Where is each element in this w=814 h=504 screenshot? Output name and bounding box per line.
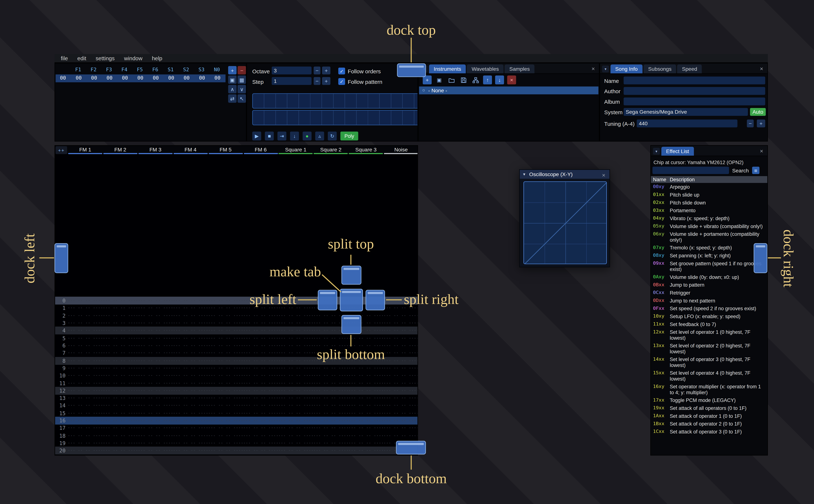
pattern-cell[interactable]: ··· ·· ·· ···· bbox=[68, 411, 103, 416]
pattern-row[interactable]: 4··· ·· ·· ······· ·· ·· ······· ·· ·· ·… bbox=[55, 327, 418, 335]
order-cell[interactable]: 00 bbox=[164, 75, 179, 81]
pattern-cell[interactable]: ··· ·· ·· ···· bbox=[243, 366, 278, 371]
pattern-row[interactable]: 21··· ·· ·· ······· ·· ·· ······· ·· ·· … bbox=[55, 454, 418, 455]
effect-row[interactable]: 0AxyVolume slide (0y: down; x0: up) bbox=[651, 273, 767, 281]
step-input[interactable] bbox=[272, 77, 311, 85]
pattern-cell[interactable]: ··· ·· ·· ···· bbox=[278, 366, 313, 371]
pattern-row[interactable]: 15··· ·· ·· ······· ·· ·· ······· ·· ·· … bbox=[55, 409, 418, 417]
pattern-cell[interactable]: ··· ·· ·· ···· bbox=[383, 381, 418, 386]
orders-add-button[interactable]: + bbox=[228, 66, 237, 75]
pattern-cell[interactable]: ··· ·· ·· ···· bbox=[383, 373, 418, 378]
tab-instruments[interactable]: Instruments bbox=[429, 64, 466, 73]
pattern-cell[interactable]: ··· ·· ·· ···· bbox=[68, 358, 103, 363]
pattern-cell[interactable]: ··· ·· ·· ···· bbox=[68, 328, 103, 333]
pattern-cell[interactable]: ··· ·· ·· ···· bbox=[103, 351, 138, 356]
orders-row[interactable]: 0000000000000000000000 bbox=[56, 74, 226, 82]
pattern-cell[interactable]: ··· ·· ·· ···· bbox=[138, 313, 173, 318]
pattern-cell[interactable]: ··· ·· ·· ···· bbox=[208, 433, 243, 438]
channel-header[interactable]: FM 6 bbox=[243, 146, 278, 155]
effect-row[interactable]: 0BxxJump to pattern bbox=[651, 281, 767, 289]
pattern-cell[interactable]: ··· ·· ·· ···· bbox=[138, 396, 173, 401]
pattern-cell[interactable]: ··· ·· ·· ···· bbox=[173, 396, 208, 401]
close-icon[interactable]: × bbox=[758, 148, 765, 154]
effect-row[interactable]: 19xxSet attack of all operators (0 to 1F… bbox=[651, 404, 767, 412]
pattern-cell[interactable]: ··· ·· ·· ···· bbox=[278, 411, 313, 416]
pattern-cell[interactable]: ··· ·· ·· ···· bbox=[278, 313, 313, 318]
pattern-cell[interactable]: ··· ·· ·· ···· bbox=[138, 343, 173, 348]
pattern-cell[interactable]: ··· ·· ·· ···· bbox=[348, 396, 383, 401]
instrument-list-item[interactable]: ○ - None - bbox=[419, 86, 598, 94]
pattern-cell[interactable]: ··· ·· ·· ···· bbox=[103, 328, 138, 333]
piano-octave-row-lower[interactable] bbox=[252, 110, 418, 125]
octave-increase-button[interactable]: + bbox=[322, 67, 330, 74]
pattern-cell[interactable]: ··· ·· ·· ···· bbox=[173, 298, 208, 303]
pattern-cell[interactable]: ··· ·· ·· ···· bbox=[278, 351, 313, 356]
pattern-cell[interactable]: ··· ·· ·· ···· bbox=[138, 403, 173, 408]
split-target-bottom[interactable] bbox=[341, 315, 361, 334]
close-icon[interactable]: × bbox=[601, 172, 607, 178]
pattern-cell[interactable]: ··· ·· ·· ···· bbox=[313, 366, 348, 371]
pattern-cell[interactable]: ··· ·· ·· ···· bbox=[208, 418, 243, 423]
pattern-cell[interactable]: ··· ·· ·· ···· bbox=[348, 381, 383, 386]
octave-decrease-button[interactable]: − bbox=[314, 67, 320, 74]
pattern-row[interactable]: 20··· ·· ·· ······· ·· ·· ······· ·· ·· … bbox=[55, 447, 418, 455]
pattern-cell[interactable]: ··· ·· ·· ···· bbox=[278, 403, 313, 408]
effect-row[interactable]: 06xyVolume slide + portamento (compatibi… bbox=[651, 230, 767, 244]
move-instrument-up-button[interactable]: ↑ bbox=[483, 76, 492, 84]
pattern-cell[interactable]: ··· ·· ·· ···· bbox=[173, 321, 208, 326]
pattern-cell[interactable]: ··· ·· ·· ···· bbox=[68, 396, 103, 401]
tab-speed[interactable]: Speed bbox=[677, 64, 702, 73]
tuning-decrease-button[interactable]: − bbox=[747, 120, 754, 127]
pattern-cell[interactable]: ··· ·· ·· ···· bbox=[208, 328, 243, 333]
pattern-cell[interactable]: ··· ·· ·· ···· bbox=[68, 306, 103, 311]
pattern-cell[interactable]: ··· ·· ·· ···· bbox=[348, 388, 383, 393]
tab-song-info[interactable]: Song Info bbox=[611, 64, 642, 73]
pattern-row[interactable]: 19··· ·· ·· ······· ·· ·· ······· ·· ·· … bbox=[55, 439, 418, 447]
pattern-cell[interactable]: ··· ·· ·· ···· bbox=[68, 441, 103, 446]
orders-deep-clone-button[interactable]: ▦ bbox=[238, 76, 246, 84]
pattern-cell[interactable]: ··· ·· ·· ···· bbox=[173, 366, 208, 371]
pattern-cell[interactable]: ··· ·· ·· ···· bbox=[103, 313, 138, 318]
pattern-cell[interactable]: ··· ·· ·· ···· bbox=[243, 321, 278, 326]
pattern-cell[interactable]: ··· ·· ·· ···· bbox=[103, 298, 138, 303]
pattern-cell[interactable]: ··· ·· ·· ···· bbox=[138, 381, 173, 386]
pattern-cell[interactable]: ··· ·· ·· ···· bbox=[208, 336, 243, 341]
pattern-cell[interactable]: ··· ·· ·· ···· bbox=[348, 411, 383, 416]
piano-octave-row-upper[interactable] bbox=[252, 93, 418, 109]
pattern-cell[interactable]: ··· ·· ·· ···· bbox=[208, 411, 243, 416]
orders-duplicate-button[interactable]: ▣ bbox=[228, 76, 237, 84]
effect-row[interactable]: 01xxPitch slide up bbox=[651, 191, 767, 199]
order-cell[interactable]: 00 bbox=[118, 75, 132, 81]
pattern-cell[interactable]: ··· ·· ·· ···· bbox=[173, 426, 208, 431]
effect-row[interactable]: 1CxxSet attack of operator 3 (0 to 1F) bbox=[651, 428, 767, 436]
channel-header[interactable]: FM 3 bbox=[138, 146, 173, 155]
pattern-cell[interactable]: ··· ·· ·· ···· bbox=[68, 343, 103, 348]
pattern-cell[interactable]: ··· ·· ·· ···· bbox=[103, 418, 138, 423]
pattern-cell[interactable]: ··· ·· ·· ···· bbox=[208, 396, 243, 401]
effect-row[interactable]: 13xxSet level of operator 2 (0 highest, … bbox=[651, 342, 767, 355]
pattern-cell[interactable]: ··· ·· ·· ···· bbox=[313, 381, 348, 386]
pattern-cell[interactable]: ··· ·· ·· ···· bbox=[348, 433, 383, 438]
repeat-pattern-button[interactable]: ↻ bbox=[328, 132, 336, 140]
collapse-icon[interactable]: ▼ bbox=[523, 172, 526, 176]
octave-input[interactable] bbox=[272, 67, 311, 74]
pattern-cell[interactable]: ··· ·· ·· ···· bbox=[278, 321, 313, 326]
pattern-cell[interactable]: ··· ·· ·· ···· bbox=[173, 336, 208, 341]
channel-header[interactable]: FM 1 bbox=[68, 146, 103, 155]
pattern-cell[interactable]: ··· ·· ·· ···· bbox=[383, 403, 418, 408]
pattern-cell[interactable]: ··· ·· ·· ···· bbox=[138, 373, 173, 378]
effect-row[interactable]: 0CxxRetrigger bbox=[651, 289, 767, 297]
effect-row[interactable]: 03xxPortamento bbox=[651, 207, 767, 214]
pattern-cell[interactable]: ··· ·· ·· ···· bbox=[138, 448, 173, 453]
pattern-cell[interactable]: ··· ·· ·· ···· bbox=[348, 403, 383, 408]
pattern-row[interactable]: 14··· ·· ·· ······· ·· ·· ······· ·· ·· … bbox=[55, 402, 418, 410]
pattern-cell[interactable]: ··· ·· ·· ···· bbox=[313, 441, 348, 446]
pattern-row[interactable]: 1··· ·· ·· ······· ·· ·· ······· ·· ·· ·… bbox=[55, 304, 418, 312]
save-instrument-button[interactable] bbox=[459, 76, 468, 84]
pattern-cell[interactable]: ··· ·· ·· ···· bbox=[173, 448, 208, 453]
pattern-cell[interactable]: ··· ·· ·· ···· bbox=[383, 418, 418, 423]
order-cell[interactable]: 00 bbox=[210, 75, 225, 81]
pattern-cell[interactable]: ··· ·· ·· ···· bbox=[103, 396, 138, 401]
pattern-cell[interactable]: ··· ·· ·· ···· bbox=[138, 321, 173, 326]
pattern-cell[interactable]: ··· ·· ·· ···· bbox=[103, 411, 138, 416]
